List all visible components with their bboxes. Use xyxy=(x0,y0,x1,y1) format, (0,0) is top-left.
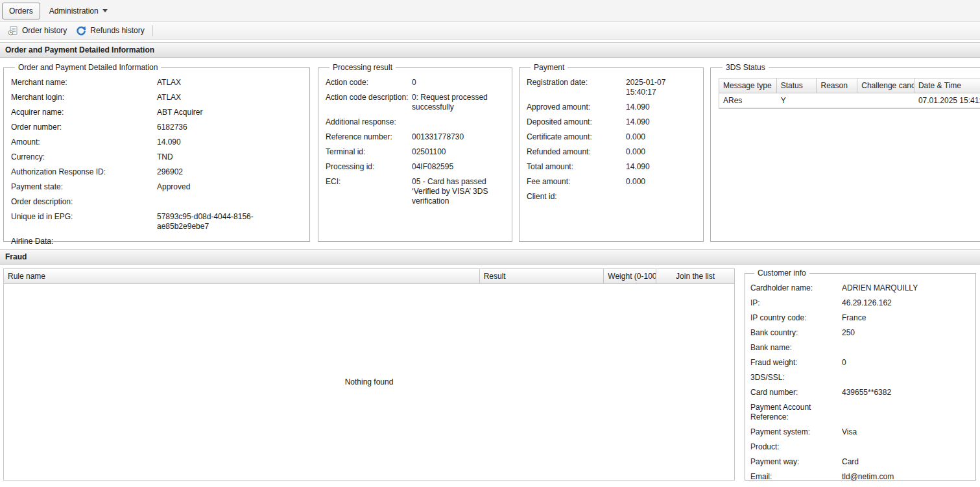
field-value: ATLAX xyxy=(157,78,303,88)
field-row: Payment system: Visa xyxy=(750,425,969,440)
toolbar: Order history Refunds history xyxy=(0,22,980,40)
tds-cell-challenge-cancel xyxy=(857,93,914,108)
info-panels-row: Order and Payment Detailed Information M… xyxy=(0,58,980,249)
field-row: Unique id in EPG: 57893c95-d08d-4044-815… xyxy=(11,209,303,234)
field-label: Airline Data: xyxy=(11,237,157,246)
field-row: Merchant name: ATLAX xyxy=(11,75,303,90)
field-row: Order number: 6182736 xyxy=(11,120,303,135)
fraud-table: Rule name Result Weight (0-100) Join the… xyxy=(3,268,735,481)
field-row: Card number: 439655**6382 xyxy=(750,385,969,400)
field-value: 439655**6382 xyxy=(842,388,969,398)
menu-administration[interactable]: Administration xyxy=(49,6,108,16)
field-row: Refunded amount: 0.000 xyxy=(527,145,697,160)
field-label: Certificate amount: xyxy=(527,132,626,142)
field-value xyxy=(412,117,505,127)
field-row: Cardholder name: ADRIEN MARQUILLY xyxy=(750,281,969,296)
circular-arrow-icon xyxy=(76,25,86,36)
processing-result-panel: Processing result Action code: 0 Action … xyxy=(318,63,512,242)
field-row: Payment way: Card xyxy=(750,455,969,469)
processing-result-legend: Processing result xyxy=(329,63,396,72)
field-value: 14.090 xyxy=(626,162,697,172)
field-label: Approved amount: xyxy=(527,102,626,112)
field-label: Authorization Response ID: xyxy=(11,167,157,177)
field-label: Fraud weight: xyxy=(750,358,842,368)
field-value xyxy=(842,343,969,353)
field-label: Payment system: xyxy=(750,427,842,437)
field-row: ECI: 05 - Card has passed ‘Verified by V… xyxy=(326,174,505,209)
field-label: Action code description: xyxy=(326,93,412,112)
field-value: ABT Acquirer xyxy=(157,108,303,117)
field-row: Payment state: Approved xyxy=(11,180,303,195)
field-row: Email: tld@netim.com xyxy=(750,469,969,484)
field-value: 0 xyxy=(842,358,969,368)
field-row: Certificate amount: 0.000 xyxy=(527,130,697,145)
field-label: Refunded amount: xyxy=(527,147,626,157)
field-row: Client id: xyxy=(527,189,697,204)
fraud-section-header: Fraud xyxy=(0,249,980,265)
order-info-legend: Order and Payment Detailed Information xyxy=(15,63,161,72)
refunds-history-label: Refunds history xyxy=(90,26,144,35)
field-label: ECI: xyxy=(326,177,412,206)
field-row: Reference number: 001331778730 xyxy=(326,130,505,145)
field-label: Payment state: xyxy=(11,182,157,192)
field-value: 04IF082595 xyxy=(412,162,505,172)
field-row: Total amount: 14.090 xyxy=(527,160,697,174)
tds-col-date-time[interactable]: Date & Time xyxy=(914,78,980,93)
order-info-panel: Order and Payment Detailed Information M… xyxy=(3,63,310,242)
field-label: IP: xyxy=(750,298,842,308)
caret-down-icon xyxy=(102,9,108,12)
fraud-row: Rule name Result Weight (0-100) Join the… xyxy=(0,265,980,481)
field-value: 14.090 xyxy=(626,117,697,127)
field-value: 02501100 xyxy=(412,147,505,157)
customer-info-panel: Customer info Cardholder name: ADRIEN MA… xyxy=(745,268,976,481)
fraud-col-result[interactable]: Result xyxy=(480,269,604,283)
field-value xyxy=(157,237,303,246)
field-row: Fraud weight: 0 xyxy=(750,355,969,370)
refunds-history-button[interactable]: Refunds history xyxy=(71,23,149,38)
field-label: IP country code: xyxy=(750,313,842,323)
fraud-col-rule-name[interactable]: Rule name xyxy=(4,269,480,283)
field-label: Action code: xyxy=(326,78,412,88)
field-row: Order description: xyxy=(11,195,303,209)
field-label: Merchant login: xyxy=(11,93,157,102)
field-row: IP: 46.29.126.162 xyxy=(750,296,969,311)
field-label: Total amount: xyxy=(527,162,626,172)
tds-col-message-type[interactable]: Message type xyxy=(719,78,777,93)
field-value: 0.000 xyxy=(626,147,697,157)
field-value: 6182736 xyxy=(157,123,303,132)
field-label: Terminal id: xyxy=(326,147,412,157)
field-label: Additional response: xyxy=(326,117,412,127)
field-value xyxy=(626,192,697,202)
field-value: 0.000 xyxy=(626,132,697,142)
toolbar-separator xyxy=(152,25,153,36)
field-value: Visa xyxy=(842,427,969,437)
tds-col-status[interactable]: Status xyxy=(777,78,817,93)
field-row: Merchant login: ATLAX xyxy=(11,90,303,105)
field-row: Fee amount: 0.000 xyxy=(527,174,697,189)
tds-col-reason[interactable]: Reason xyxy=(817,78,857,93)
field-label: Currency: xyxy=(11,152,157,162)
field-row: Processing id: 04IF082595 xyxy=(326,160,505,174)
field-label: Registration date: xyxy=(527,78,626,97)
tds-table-row[interactable]: ARes Y 07.01.2025 15:41:1 xyxy=(719,93,980,108)
order-history-button[interactable]: Order history xyxy=(3,23,71,38)
field-label: Amount: xyxy=(11,137,157,147)
field-row: Bank name: xyxy=(750,340,969,355)
field-label: Bank name: xyxy=(750,343,842,353)
tab-orders[interactable]: Orders xyxy=(2,3,40,19)
field-value: Approved xyxy=(157,182,303,192)
field-label: Unique id in EPG: xyxy=(11,212,157,232)
tds-col-challenge-cancel[interactable]: Challenge cancel xyxy=(857,78,914,93)
document-clock-icon xyxy=(8,25,18,36)
field-row: Bank country: 250 xyxy=(750,326,969,340)
field-label: Processing id: xyxy=(326,162,412,172)
field-value: 0 xyxy=(412,78,505,88)
fraud-col-join-the-list[interactable]: Join the list xyxy=(656,269,734,283)
tds-cell-reason xyxy=(817,93,857,108)
tds-cell-message-type: ARes xyxy=(719,93,777,108)
field-label: 3DS/SSL: xyxy=(750,373,842,383)
field-value: 250 xyxy=(842,328,969,338)
field-label: Deposited amount: xyxy=(527,117,626,127)
field-label: Acquirer name: xyxy=(11,108,157,117)
fraud-col-weight[interactable]: Weight (0-100) xyxy=(604,269,656,283)
